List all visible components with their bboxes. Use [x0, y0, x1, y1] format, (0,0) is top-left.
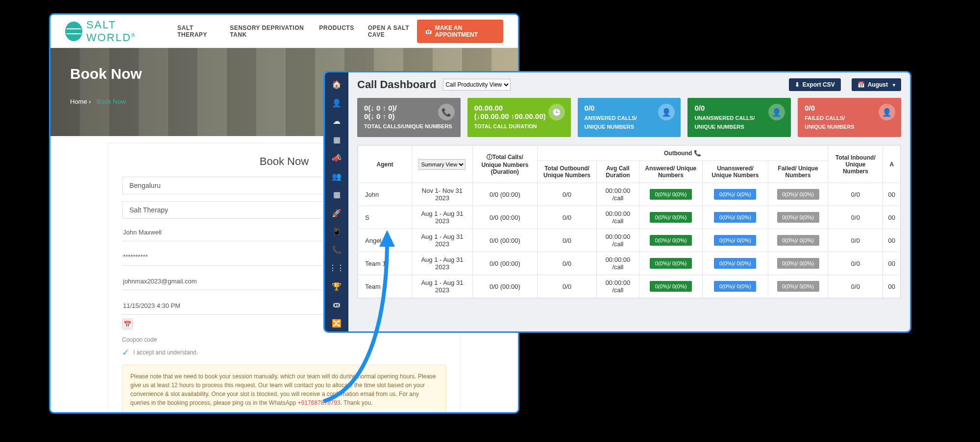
col-avg-duration: Avg Call Duration	[597, 161, 639, 183]
phone-icon[interactable]: 📞	[325, 242, 348, 258]
cell-total: 0/0 (00:00)	[472, 229, 537, 252]
accept-text: I accept and understand.	[133, 349, 198, 356]
cell-extra: 00	[883, 229, 901, 252]
check-icon: ✓	[122, 347, 129, 358]
cell-answered: 0(0%)/ 0(0%)	[639, 229, 702, 252]
col-summary: Summary View	[412, 146, 473, 183]
col-extra: A	[883, 146, 901, 183]
registered-mark: ®	[131, 32, 136, 38]
date-picker-icon[interactable]: 📅	[122, 319, 133, 329]
cell-failed: 0(0%)/ 0(0%)	[768, 229, 828, 252]
cell-failed: 0(0%)/ 0(0%)	[768, 206, 828, 229]
note-post: . Thank you.	[341, 399, 373, 406]
col-failed: Failed/ Unique Numbers	[768, 161, 828, 183]
cell-unanswered: 0(0%)/ 0(0%)	[703, 275, 768, 298]
users-icon[interactable]: 👥	[325, 168, 348, 185]
cell-inbound: 0/0	[828, 206, 883, 229]
cell-failed: 0(0%)/ 0(0%)	[768, 275, 828, 298]
cell-range: Aug 1 - Aug 31 2023	[412, 206, 473, 229]
nav-salt-therapy[interactable]: SALT THERAPY	[177, 24, 216, 38]
table-row: Team 2 Aug 1 - Aug 31 2023 0/0 (00:00) 0…	[358, 275, 901, 298]
cell-total: 0/0 (00:00)	[472, 252, 537, 275]
brand-text: SALT WORLD	[86, 19, 131, 44]
rocket-icon[interactable]: 🚀	[325, 205, 348, 222]
cell-agent: Angel	[358, 229, 412, 252]
cell-outbound: 0/0	[537, 252, 596, 275]
card-unanswered: 0/0 UNANSWERED CALLS/ UNIQUE NUMBERS 👤	[687, 98, 791, 137]
whatsapp-link[interactable]: +917687878793	[298, 399, 341, 406]
breadcrumb: Home › Book Now	[70, 98, 498, 105]
table-icon[interactable]: ▦	[325, 132, 348, 148]
fail-sub2: UNIQUE NUMBERS	[805, 124, 894, 130]
breadcrumb-current: Book Now	[97, 98, 125, 105]
cell-range: Aug 1 - Aug 31 2023	[412, 229, 473, 252]
col-unanswered: Unanswered/ Unique Numbers	[703, 161, 768, 183]
cell-total: 0/0 (00:00)	[472, 206, 537, 229]
nav-products[interactable]: PRODUCTS	[319, 24, 354, 38]
shuffle-icon[interactable]: 🔀	[325, 315, 348, 332]
accept-row[interactable]: ✓ I accept and understand.	[122, 347, 446, 358]
cell-failed: 0(0%)/ 0(0%)	[768, 252, 828, 275]
breadcrumb-home[interactable]: Home	[70, 98, 87, 105]
cell-range: Aug 1 - Aug 31 2023	[412, 252, 473, 275]
cell-inbound: 0/0	[828, 183, 883, 206]
unans-sub2: UNIQUE NUMBERS	[694, 124, 784, 130]
outbound-label: Outbound	[664, 150, 692, 157]
cell-total: 0/0 (00:00)	[472, 275, 537, 298]
chevron-right-icon: ›	[89, 98, 91, 105]
download-icon: ⬇	[795, 81, 800, 88]
cell-unanswered: 0(0%)/ 0(0%)	[703, 206, 768, 229]
cell-extra: 00	[883, 252, 901, 275]
trophy-icon[interactable]: 🏆	[325, 279, 348, 295]
brand-logo[interactable]: SALT WORLD®	[65, 19, 158, 44]
megaphone-icon[interactable]: 📣	[325, 150, 348, 166]
card-failed: 0/0 FAILED CALLS/ UNIQUE NUMBERS 👤	[798, 98, 901, 137]
agent-table: Agent Summary View ⓘTotal Calls/ Unique …	[358, 145, 901, 298]
cell-avg: 00:00:00 /call	[597, 229, 639, 252]
cell-outbound: 0/0	[537, 229, 596, 252]
nav-open-cave[interactable]: OPEN A SALT CAVE	[368, 24, 417, 38]
cell-answered: 0(0%)/ 0(0%)	[639, 252, 702, 275]
cell-inbound: 0/0	[828, 275, 883, 298]
dots-icon[interactable]: ⋮⋮	[325, 260, 348, 277]
card-answered: 0/0 ANSWERED CALLS/ UNIQUE NUMBERS 👤	[578, 98, 681, 137]
dur-sub: TOTAL CALL DURATION	[474, 123, 564, 129]
summary-view-select[interactable]: Summary View	[418, 159, 466, 170]
col-inbound: Total Inbound/ Unique Numbers	[828, 146, 883, 183]
col-outbound-group: Outbound📞	[537, 146, 828, 161]
cell-outbound: 0/0	[537, 206, 596, 229]
outbound-phone-icon: 📞	[694, 150, 701, 157]
col-agent: Agent	[358, 146, 412, 183]
month-picker[interactable]: 📅August	[852, 78, 901, 91]
person-icon: 👤	[768, 104, 785, 120]
cell-total: 0/0 (00:00)	[472, 183, 537, 206]
ans-sub2: UNIQUE NUMBERS	[585, 124, 674, 130]
cell-extra: 00	[883, 275, 901, 298]
export-csv-button[interactable]: ⬇Export CSV	[789, 78, 841, 91]
table-row: Team 1 Aug 1 - Aug 31 2023 0/0 (00:00) 0…	[358, 252, 901, 275]
export-label: Export CSV	[803, 81, 835, 88]
table-row: S Aug 1 - Aug 31 2023 0/0 (00:00) 0/0 00…	[358, 206, 901, 229]
hero-title: Book Now	[70, 66, 498, 82]
table-row: Angel Aug 1 - Aug 31 2023 0/0 (00:00) 0/…	[358, 229, 901, 252]
col-total-outbound: Total Outbound/ Unique Numbers	[537, 161, 596, 183]
make-appointment-button[interactable]: 📅 MAKE AN APPOINTMENT	[417, 20, 503, 43]
grid-icon[interactable]: ▦	[325, 186, 348, 203]
cell-avg: 00:00:00 /call	[597, 183, 639, 206]
total-sub: TOTAL CALLS/UNIQUE NUMBERS	[364, 123, 454, 129]
cell-failed: 0(0%)/ 0(0%)	[768, 183, 828, 206]
booking-note: Please note that we need to book your se…	[122, 365, 446, 414]
cell-unanswered: 0(0%)/ 0(0%)	[703, 229, 768, 252]
agent-table-wrap: Agent Summary View ⓘTotal Calls/ Unique …	[357, 145, 901, 299]
calendar-icon: 📅	[858, 81, 865, 88]
cell-answered: 0(0%)/ 0(0%)	[639, 206, 702, 229]
ticket-icon[interactable]: 🎟	[325, 297, 348, 313]
nav-sensory-tank[interactable]: SENSORY DEPRIVATION TANK	[230, 24, 305, 38]
cell-unanswered: 0(0%)/ 0(0%)	[703, 183, 768, 206]
cell-agent: S	[358, 206, 412, 229]
cell-range: Nov 1- Nov 31 2023	[412, 183, 473, 206]
cell-outbound: 0/0	[537, 183, 596, 206]
mobile-icon[interactable]: 📱	[325, 223, 348, 240]
topbar: SALT WORLD® SALT THERAPY SENSORY DEPRIVA…	[50, 15, 518, 48]
cell-agent: Team 2	[358, 275, 412, 298]
